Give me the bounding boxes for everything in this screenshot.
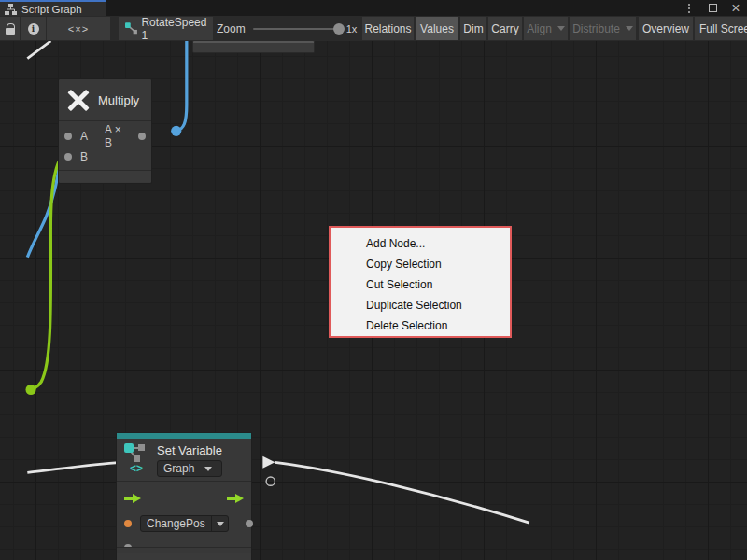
code-button[interactable]: <×> (47, 17, 110, 40)
info-button[interactable]: i (21, 17, 46, 40)
toolbar-button-fullscreen[interactable]: Full Screen (695, 17, 747, 40)
chevron-down-icon (217, 522, 224, 526)
tab-script-graph[interactable]: Script Graph (0, 0, 106, 16)
graph-hierarchy-icon (5, 4, 17, 15)
tab-bar: Script Graph × (0, 0, 747, 16)
menu-item-cut-selection[interactable]: Cut Selection (331, 274, 510, 295)
scope-value: Graph (158, 462, 200, 475)
port-ring-right[interactable] (266, 477, 275, 485)
toolbar-button-relations[interactable]: Relations (362, 17, 414, 40)
port-label-out: A × B (105, 123, 130, 149)
wire-blue-output (176, 41, 187, 131)
wire-white-topleft (27, 41, 50, 59)
port-input-b[interactable] (64, 153, 72, 161)
graph-reference-button[interactable]: RotateSpeed 1 (119, 17, 213, 40)
window-controls: × (682, 0, 743, 16)
toolbar-button-dim[interactable]: Dim (460, 17, 486, 40)
wire-endpoint-green-left (25, 385, 35, 395)
lock-icon (6, 28, 15, 35)
chevron-down-icon (204, 467, 212, 471)
node-multiply-body: A A × B B (59, 121, 151, 170)
script-graph-window: Script Graph × i <×> RotateSpeed 1 (0, 0, 747, 560)
code-angle-icon: <> (130, 464, 143, 474)
menu-item-copy-selection[interactable]: Copy Selection (331, 254, 510, 274)
variable-name-dropdown[interactable]: ChangePos (140, 515, 229, 532)
toolbar-button-overview[interactable]: Overview (639, 17, 693, 40)
wire-white-flow-out (275, 462, 529, 523)
tab-title: Script Graph (21, 4, 82, 15)
zoom-level: 1x (346, 23, 358, 35)
context-menu: Add Node... Copy Selection Cut Selection… (329, 226, 512, 338)
wire-green-input-b (31, 148, 72, 390)
toolbar-button-values[interactable]: Values (416, 17, 458, 40)
node-set-variable-footer (117, 553, 251, 560)
graph-canvas[interactable]: Multiply A A × B B (0, 41, 747, 560)
partial-node[interactable] (192, 41, 315, 53)
chevron-down-icon (557, 26, 565, 31)
port-output-value[interactable] (246, 520, 253, 527)
toolbar-button-carry[interactable]: Carry (488, 17, 522, 40)
port-input-a[interactable] (64, 133, 72, 140)
set-variable-icon (124, 443, 148, 464)
zoom-slider-knob[interactable] (333, 23, 345, 35)
wire-endpoint-blue-output (171, 126, 181, 136)
graph-toolbar: i <×> RotateSpeed 1 Zoom 1x Relations Va… (0, 16, 747, 41)
port-variable-name[interactable] (124, 520, 132, 527)
toolbar-button-distribute[interactable]: Distribute (570, 17, 636, 40)
graph-reference-label: RotateSpeed 1 (141, 16, 213, 42)
kebab-menu-icon[interactable] (682, 1, 697, 15)
port-label-b: B (80, 150, 88, 163)
flow-arrowhead-out (262, 456, 275, 469)
chevron-down-icon (626, 26, 633, 31)
port-label-a: A (80, 130, 88, 143)
menu-item-duplicate-selection[interactable]: Duplicate Selection (331, 295, 510, 315)
menu-item-add-node[interactable]: Add Node... (331, 233, 510, 254)
toolbar-button-align[interactable]: Align (524, 17, 568, 40)
node-set-variable-header[interactable]: <> Set Variable Graph (117, 439, 251, 482)
flow-output-arrow-icon[interactable] (227, 494, 244, 503)
node-multiply-header[interactable]: Multiply (59, 79, 151, 121)
zoom-label: Zoom (217, 22, 246, 35)
close-icon[interactable]: × (728, 1, 743, 15)
node-title: Set Variable (157, 443, 222, 457)
lock-button[interactable] (0, 17, 20, 40)
variable-scope-dropdown[interactable]: Graph (157, 460, 222, 477)
node-set-variable[interactable]: <> Set Variable Graph (116, 432, 252, 560)
wire-white-flow-in (27, 462, 120, 472)
multiply-icon (66, 88, 91, 112)
menu-item-delete-selection[interactable]: Delete Selection (331, 315, 510, 336)
node-multiply[interactable]: Multiply A A × B B (58, 78, 152, 184)
variable-value: ChangePos (141, 517, 211, 530)
maximize-icon[interactable] (705, 1, 720, 15)
code-icon: <×> (68, 23, 89, 35)
info-icon: i (28, 23, 39, 35)
flow-input-arrow-icon[interactable] (124, 494, 141, 503)
port-output[interactable] (138, 133, 146, 140)
node-multiply-footer (59, 170, 151, 182)
zoom-control: Zoom 1x (217, 17, 357, 40)
graph-reference-icon (125, 22, 137, 35)
zoom-slider[interactable] (253, 28, 339, 30)
node-title: Multiply (98, 93, 139, 107)
